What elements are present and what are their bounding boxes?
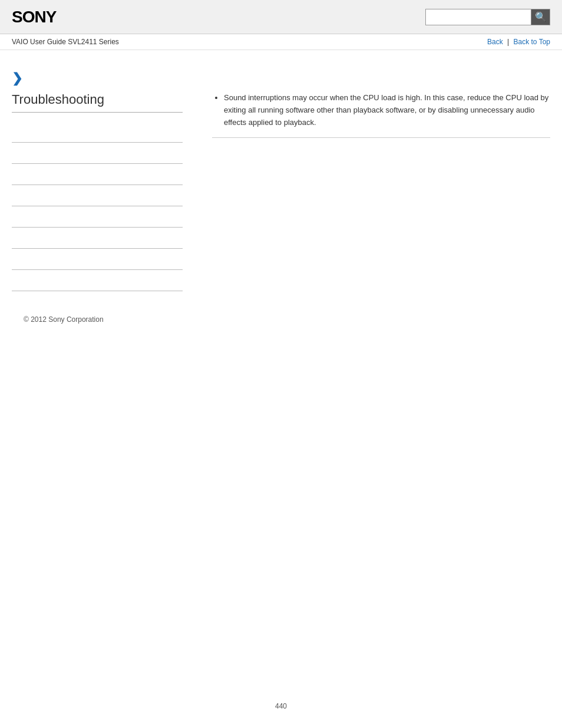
list-item: [12, 206, 183, 228]
list-item: [12, 121, 183, 143]
copyright: © 2012 Sony Corporation: [24, 315, 104, 324]
sidebar-link-8[interactable]: [12, 276, 14, 285]
sidebar-link-1[interactable]: [12, 128, 14, 136]
search-container: 🔍: [425, 9, 550, 25]
content-divider: [212, 137, 550, 138]
nav-links: Back | Back to Top: [487, 38, 550, 46]
breadcrumb: VAIO User Guide SVL2411 Series: [12, 38, 119, 46]
content-list: Sound interruptions may occur when the C…: [212, 92, 550, 129]
list-item: [12, 143, 183, 164]
list-item: [12, 249, 183, 270]
main-content: ❯ Troubleshooting: [0, 50, 562, 341]
list-item: [12, 228, 183, 249]
list-item: [12, 270, 183, 291]
sidebar-link-5[interactable]: [12, 213, 14, 221]
back-to-top-link[interactable]: Back to Top: [514, 38, 550, 46]
search-button[interactable]: 🔍: [531, 9, 550, 25]
content-bullet-item: Sound interruptions may occur when the C…: [224, 92, 550, 129]
sidebar-link-7[interactable]: [12, 255, 14, 263]
nav-bar: VAIO User Guide SVL2411 Series Back | Ba…: [0, 34, 562, 50]
chevron-section: ❯: [12, 71, 550, 86]
sony-logo: SONY: [12, 8, 56, 27]
sidebar-links: [12, 121, 183, 291]
separator: |: [507, 38, 509, 46]
sidebar-link-3[interactable]: [12, 170, 14, 179]
content-layout: Troubleshooting: [12, 92, 550, 291]
header: SONY 🔍: [0, 0, 562, 34]
search-input[interactable]: [425, 9, 531, 25]
back-link[interactable]: Back: [487, 38, 503, 46]
sidebar-link-2[interactable]: [12, 149, 14, 157]
section-title: Troubleshooting: [12, 92, 183, 113]
right-content: Sound interruptions may occur when the C…: [194, 92, 550, 291]
list-item: [12, 185, 183, 206]
search-icon: 🔍: [535, 11, 547, 22]
chevron-right-icon: ❯: [12, 71, 22, 85]
page-number: 440: [0, 702, 562, 710]
left-sidebar: Troubleshooting: [12, 92, 194, 291]
sidebar-link-6[interactable]: [12, 234, 14, 242]
list-item: [12, 164, 183, 185]
sidebar-link-4[interactable]: [12, 192, 14, 200]
footer: © 2012 Sony Corporation: [12, 309, 550, 330]
